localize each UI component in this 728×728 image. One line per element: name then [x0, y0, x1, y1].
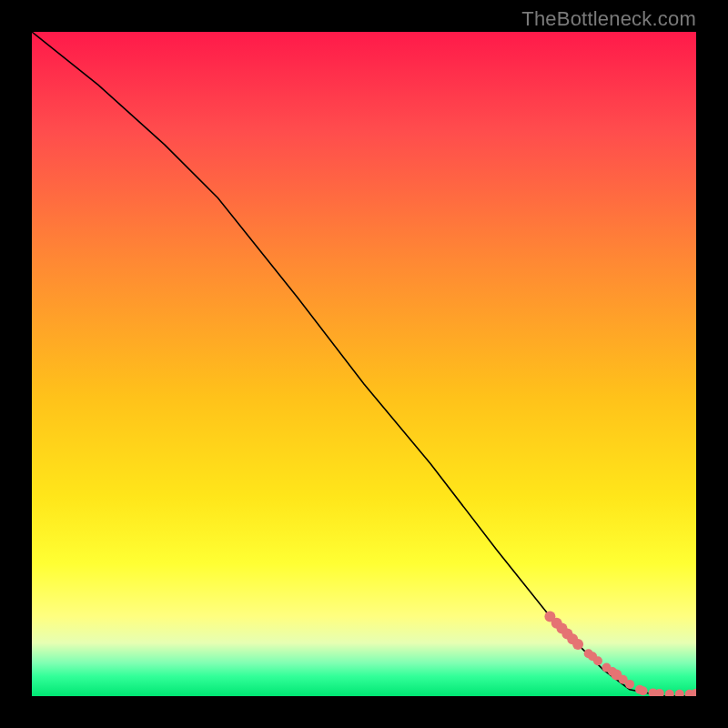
plot-area [32, 32, 696, 696]
sample-point [639, 686, 648, 695]
attribution-text: TheBottleneck.com [521, 7, 696, 31]
chart-frame: TheBottleneck.com [0, 0, 728, 728]
bottleneck-curve [32, 32, 696, 696]
sample-point [665, 690, 674, 696]
sample-point [572, 639, 583, 650]
sample-point [625, 680, 634, 689]
sample-point [675, 690, 684, 696]
sample-point [593, 656, 602, 665]
sample-point [691, 689, 696, 696]
chart-overlay [32, 32, 696, 696]
